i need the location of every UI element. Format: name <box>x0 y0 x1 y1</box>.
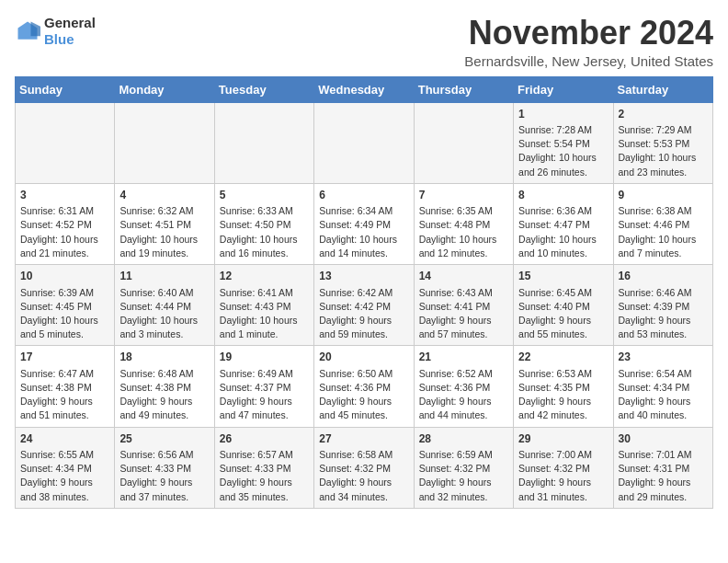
month-title: November 2024 <box>464 15 713 52</box>
day-cell: 26Sunrise: 6:57 AMSunset: 4:33 PMDayligh… <box>214 427 313 508</box>
day-cell: 23Sunrise: 6:54 AMSunset: 4:34 PMDayligh… <box>613 346 712 427</box>
day-number: 5 <box>220 188 309 203</box>
day-cell <box>214 102 313 183</box>
location-title: Bernardsville, New Jersey, United States <box>464 53 713 69</box>
day-cell: 9Sunrise: 6:38 AMSunset: 4:46 PMDaylight… <box>613 183 712 264</box>
day-info: Sunrise: 6:49 AMSunset: 4:37 PMDaylight:… <box>220 367 309 423</box>
day-cell <box>115 102 214 183</box>
day-cell <box>16 102 115 183</box>
day-number: 23 <box>619 350 708 365</box>
day-number: 10 <box>20 269 109 284</box>
day-cell: 25Sunrise: 6:56 AMSunset: 4:33 PMDayligh… <box>115 427 214 508</box>
day-cell: 30Sunrise: 7:01 AMSunset: 4:31 PMDayligh… <box>613 427 712 508</box>
day-number: 22 <box>518 350 608 365</box>
day-cell: 3Sunrise: 6:31 AMSunset: 4:52 PMDaylight… <box>16 183 115 264</box>
day-cell: 16Sunrise: 6:46 AMSunset: 4:39 PMDayligh… <box>613 265 712 346</box>
day-number: 14 <box>419 269 508 284</box>
logo-icon <box>15 18 40 44</box>
calendar-body: 1Sunrise: 7:28 AMSunset: 5:54 PMDaylight… <box>16 102 713 508</box>
day-info: Sunrise: 6:52 AMSunset: 4:36 PMDaylight:… <box>419 367 508 423</box>
day-cell: 19Sunrise: 6:49 AMSunset: 4:37 PMDayligh… <box>214 346 313 427</box>
day-info: Sunrise: 6:38 AMSunset: 4:46 PMDaylight:… <box>619 204 708 260</box>
calendar-header: SundayMondayTuesdayWednesdayThursdayFrid… <box>16 76 713 102</box>
day-cell <box>314 102 414 183</box>
day-number: 27 <box>319 431 408 447</box>
day-number: 24 <box>20 431 109 447</box>
day-info: Sunrise: 7:28 AMSunset: 5:54 PMDaylight:… <box>518 123 608 179</box>
day-cell: 10Sunrise: 6:39 AMSunset: 4:45 PMDayligh… <box>16 265 115 346</box>
day-cell: 2Sunrise: 7:29 AMSunset: 5:53 PMDaylight… <box>613 102 712 183</box>
day-cell: 20Sunrise: 6:50 AMSunset: 4:36 PMDayligh… <box>314 346 414 427</box>
day-info: Sunrise: 6:55 AMSunset: 4:34 PMDaylight:… <box>20 448 109 504</box>
day-cell: 14Sunrise: 6:43 AMSunset: 4:41 PMDayligh… <box>414 265 513 346</box>
day-cell: 6Sunrise: 6:34 AMSunset: 4:49 PMDaylight… <box>314 183 414 264</box>
day-number: 6 <box>319 188 408 203</box>
day-info: Sunrise: 6:54 AMSunset: 4:34 PMDaylight:… <box>619 367 708 423</box>
day-info: Sunrise: 6:46 AMSunset: 4:39 PMDaylight:… <box>619 286 708 342</box>
day-info: Sunrise: 6:40 AMSunset: 4:44 PMDaylight:… <box>119 286 209 342</box>
day-info: Sunrise: 6:56 AMSunset: 4:33 PMDaylight:… <box>119 448 209 504</box>
day-info: Sunrise: 6:47 AMSunset: 4:38 PMDaylight:… <box>20 367 109 423</box>
day-number: 30 <box>619 431 708 447</box>
day-number: 26 <box>220 431 309 447</box>
day-cell: 21Sunrise: 6:52 AMSunset: 4:36 PMDayligh… <box>414 346 513 427</box>
week-row-2: 3Sunrise: 6:31 AMSunset: 4:52 PMDaylight… <box>16 183 713 264</box>
day-number: 20 <box>319 350 408 365</box>
day-info: Sunrise: 6:57 AMSunset: 4:33 PMDaylight:… <box>220 448 309 504</box>
week-row-3: 10Sunrise: 6:39 AMSunset: 4:45 PMDayligh… <box>16 265 713 346</box>
day-info: Sunrise: 6:31 AMSunset: 4:52 PMDaylight:… <box>20 204 109 260</box>
day-number: 12 <box>220 269 309 284</box>
header-cell-wednesday: Wednesday <box>314 76 414 102</box>
day-cell: 11Sunrise: 6:40 AMSunset: 4:44 PMDayligh… <box>115 265 214 346</box>
day-number: 16 <box>619 269 708 284</box>
day-info: Sunrise: 6:53 AMSunset: 4:35 PMDaylight:… <box>518 367 608 423</box>
week-row-4: 17Sunrise: 6:47 AMSunset: 4:38 PMDayligh… <box>16 346 713 427</box>
day-cell: 27Sunrise: 6:58 AMSunset: 4:32 PMDayligh… <box>314 427 414 508</box>
day-info: Sunrise: 6:32 AMSunset: 4:51 PMDaylight:… <box>119 204 209 260</box>
day-number: 13 <box>319 269 408 284</box>
day-number: 19 <box>220 350 309 365</box>
day-number: 15 <box>518 269 608 284</box>
day-info: Sunrise: 7:01 AMSunset: 4:31 PMDaylight:… <box>619 448 708 504</box>
title-area: November 2024 Bernardsville, New Jersey,… <box>464 15 713 69</box>
day-info: Sunrise: 6:58 AMSunset: 4:32 PMDaylight:… <box>319 448 408 504</box>
day-cell: 8Sunrise: 6:36 AMSunset: 4:47 PMDaylight… <box>514 183 613 264</box>
day-cell: 4Sunrise: 6:32 AMSunset: 4:51 PMDaylight… <box>115 183 214 264</box>
day-number: 7 <box>419 188 508 203</box>
day-number: 28 <box>419 431 508 447</box>
day-cell <box>414 102 513 183</box>
day-info: Sunrise: 6:36 AMSunset: 4:47 PMDaylight:… <box>518 204 608 260</box>
day-info: Sunrise: 6:45 AMSunset: 4:40 PMDaylight:… <box>518 286 608 342</box>
day-number: 17 <box>20 350 109 365</box>
day-cell: 24Sunrise: 6:55 AMSunset: 4:34 PMDayligh… <box>16 427 115 508</box>
day-cell: 17Sunrise: 6:47 AMSunset: 4:38 PMDayligh… <box>16 346 115 427</box>
day-cell: 12Sunrise: 6:41 AMSunset: 4:43 PMDayligh… <box>214 265 313 346</box>
day-number: 4 <box>119 188 209 203</box>
day-number: 21 <box>419 350 508 365</box>
day-cell: 28Sunrise: 6:59 AMSunset: 4:32 PMDayligh… <box>414 427 513 508</box>
day-info: Sunrise: 6:33 AMSunset: 4:50 PMDaylight:… <box>220 204 309 260</box>
day-cell: 5Sunrise: 6:33 AMSunset: 4:50 PMDaylight… <box>214 183 313 264</box>
day-info: Sunrise: 6:35 AMSunset: 4:48 PMDaylight:… <box>419 204 508 260</box>
logo-line2: Blue <box>44 31 96 48</box>
header-cell-thursday: Thursday <box>414 76 513 102</box>
header-cell-tuesday: Tuesday <box>214 76 313 102</box>
day-info: Sunrise: 6:34 AMSunset: 4:49 PMDaylight:… <box>319 204 408 260</box>
day-info: Sunrise: 6:43 AMSunset: 4:41 PMDaylight:… <box>419 286 508 342</box>
day-info: Sunrise: 7:29 AMSunset: 5:53 PMDaylight:… <box>619 123 708 179</box>
day-cell: 22Sunrise: 6:53 AMSunset: 4:35 PMDayligh… <box>514 346 613 427</box>
logo-line1: General <box>44 15 96 31</box>
header: General Blue November 2024 Bernardsville… <box>15 15 713 69</box>
day-info: Sunrise: 6:48 AMSunset: 4:38 PMDaylight:… <box>119 367 209 423</box>
day-number: 11 <box>119 269 209 284</box>
header-cell-saturday: Saturday <box>613 76 712 102</box>
day-number: 3 <box>20 188 109 203</box>
svg-marker-1 <box>31 22 41 37</box>
day-info: Sunrise: 6:50 AMSunset: 4:36 PMDaylight:… <box>319 367 408 423</box>
day-info: Sunrise: 6:41 AMSunset: 4:43 PMDaylight:… <box>220 286 309 342</box>
day-number: 2 <box>619 107 708 122</box>
day-cell: 13Sunrise: 6:42 AMSunset: 4:42 PMDayligh… <box>314 265 414 346</box>
day-info: Sunrise: 7:00 AMSunset: 4:32 PMDaylight:… <box>518 448 608 504</box>
day-cell: 1Sunrise: 7:28 AMSunset: 5:54 PMDaylight… <box>514 102 613 183</box>
day-number: 8 <box>518 188 608 203</box>
